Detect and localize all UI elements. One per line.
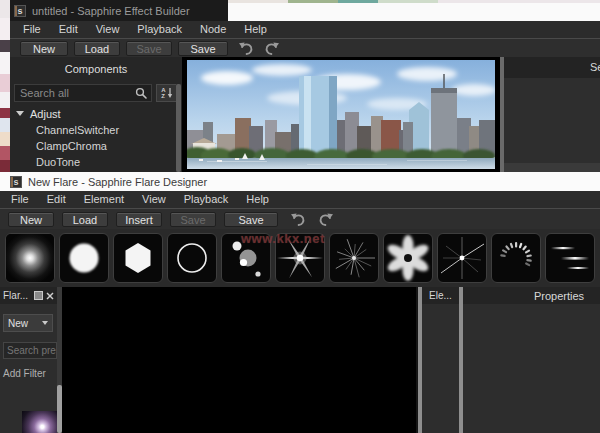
- menu-edit[interactable]: Edit: [38, 191, 75, 208]
- tree-item-duotone[interactable]: DuoTone: [10, 154, 202, 170]
- load-button[interactable]: Load: [62, 212, 108, 227]
- redo-icon[interactable]: [318, 213, 334, 226]
- flare-preset-thumbnail[interactable]: [22, 411, 57, 433]
- sapphire-app-icon: s: [14, 5, 26, 17]
- new-button[interactable]: New: [8, 212, 54, 227]
- components-panel-title: Components: [10, 63, 182, 75]
- elements-panel: Ele...: [422, 287, 459, 433]
- preview-viewport[interactable]: [182, 57, 500, 172]
- preset-dropdown-value: New: [8, 318, 28, 329]
- close-icon[interactable]: [46, 292, 54, 300]
- flare-thumb-soft-petals[interactable]: [383, 233, 433, 283]
- flare-designer-toolbar: New Load Insert Save Save As: [0, 208, 600, 229]
- menu-help[interactable]: Help: [235, 21, 276, 38]
- flares-panel: Flar... New Add Filter: [0, 287, 57, 433]
- flare-thumb-ring[interactable]: [167, 233, 217, 283]
- flare-thumb-disc[interactable]: [59, 233, 109, 283]
- flare-thumb-bokeh-circles[interactable]: [221, 233, 271, 283]
- background-window-sliver-left: [0, 0, 10, 172]
- effect-builder-toolbar: New Load Save Save As: [10, 38, 600, 57]
- properties-panel-title: Properties: [534, 290, 584, 302]
- chevron-down-icon: [42, 321, 48, 325]
- flare-designer-titlebar[interactable]: s New Flare - Sapphire Flare Designer: [0, 172, 600, 191]
- menu-view[interactable]: View: [133, 191, 175, 208]
- menu-playback[interactable]: Playback: [175, 191, 238, 208]
- tree-item-clampchroma[interactable]: ClampChroma: [10, 138, 202, 154]
- dock-icon[interactable]: [34, 291, 43, 300]
- tree-group-adjust[interactable]: Adjust: [10, 106, 176, 121]
- flares-panel-title: Flar...: [3, 290, 31, 301]
- menu-file[interactable]: File: [14, 21, 50, 38]
- save-button: Save: [170, 212, 216, 227]
- flare-designer-window: s New Flare - Sapphire Flare Designer Fi…: [0, 172, 600, 433]
- flare-thumb-thin-rays[interactable]: [437, 233, 487, 283]
- new-button[interactable]: New: [20, 41, 68, 56]
- components-scrollbar[interactable]: [176, 84, 181, 172]
- tree-item-channelswitcher[interactable]: ChannelSwitcher: [10, 122, 202, 138]
- element-thumbnail-strip: [0, 229, 600, 287]
- tree-expand-icon[interactable]: [16, 111, 24, 116]
- components-search[interactable]: [14, 84, 152, 102]
- sort-az-icon: AZ: [161, 87, 165, 99]
- components-panel: Components AZ Adjust ChannelSwitcher Cla…: [10, 57, 182, 172]
- menu-playback[interactable]: Playback: [128, 21, 191, 38]
- menu-element[interactable]: Element: [75, 191, 133, 208]
- flare-canvas-viewport[interactable]: [62, 287, 416, 433]
- elements-panel-body: [422, 304, 459, 433]
- save-as-button[interactable]: Save As: [178, 41, 228, 56]
- elements-panel-title: Ele...: [429, 290, 452, 301]
- elements-panel-header: Ele...: [422, 287, 459, 304]
- preview-image: [187, 60, 495, 169]
- flare-thumb-dashed-crescent[interactable]: [491, 233, 541, 283]
- redo-icon[interactable]: [264, 42, 280, 55]
- properties-panel: Properties: [463, 287, 600, 433]
- properties-panel-body: [463, 304, 600, 433]
- add-filter-label[interactable]: Add Filter: [3, 368, 46, 379]
- flare-thumb-ray-burst[interactable]: [329, 233, 379, 283]
- undo-icon[interactable]: [238, 42, 254, 55]
- parameters-panel: Selec: [504, 57, 600, 172]
- parameters-panel-header: Selec: [504, 57, 600, 78]
- menu-view[interactable]: View: [87, 21, 129, 38]
- load-button[interactable]: Load: [74, 41, 120, 56]
- flare-thumb-soft-glow[interactable]: [5, 233, 55, 283]
- flare-thumb-star-spikes[interactable]: [275, 233, 325, 283]
- menu-file[interactable]: File: [2, 191, 38, 208]
- effect-builder-title: untitled - Sapphire Effect Builder: [32, 5, 190, 17]
- flares-panel-header: Flar...: [0, 287, 57, 304]
- menu-edit[interactable]: Edit: [50, 21, 87, 38]
- sapphire-app-icon: s: [10, 176, 22, 188]
- effect-builder-titlebar[interactable]: s untitled - Sapphire Effect Builder: [10, 0, 228, 21]
- flare-thumb-horizontal-streaks[interactable]: [545, 233, 595, 283]
- parameters-panel-footer: [504, 163, 600, 172]
- flare-designer-title: New Flare - Sapphire Flare Designer: [28, 176, 207, 188]
- tree-group-label: Adjust: [30, 108, 61, 120]
- save-button: Save: [126, 41, 172, 56]
- preset-search-input[interactable]: [4, 345, 56, 356]
- flare-designer-menubar: File Edit Element View Playback Help: [0, 191, 600, 208]
- down-arrow-icon: [167, 87, 173, 99]
- undo-icon[interactable]: [290, 213, 306, 226]
- menu-help[interactable]: Help: [237, 191, 278, 208]
- preset-dropdown[interactable]: New: [3, 314, 53, 332]
- properties-panel-header: Properties: [463, 287, 600, 304]
- flare-thumb-hexagon[interactable]: [113, 233, 163, 283]
- effect-builder-window: s untitled - Sapphire Effect Builder Fil…: [10, 0, 600, 172]
- effect-builder-menubar: File Edit View Playback Node Help: [10, 21, 600, 38]
- screen: s untitled - Sapphire Effect Builder Fil…: [0, 0, 600, 433]
- preset-search[interactable]: [3, 342, 57, 359]
- menu-node[interactable]: Node: [191, 21, 235, 38]
- search-icon: [135, 87, 151, 99]
- sort-az-button[interactable]: AZ: [156, 84, 178, 102]
- save-as-button[interactable]: Save As: [224, 212, 278, 227]
- flare-designer-panels: Flar... New Add Filter: [0, 287, 600, 433]
- insert-button[interactable]: Insert: [116, 212, 162, 227]
- components-search-input[interactable]: [15, 87, 135, 99]
